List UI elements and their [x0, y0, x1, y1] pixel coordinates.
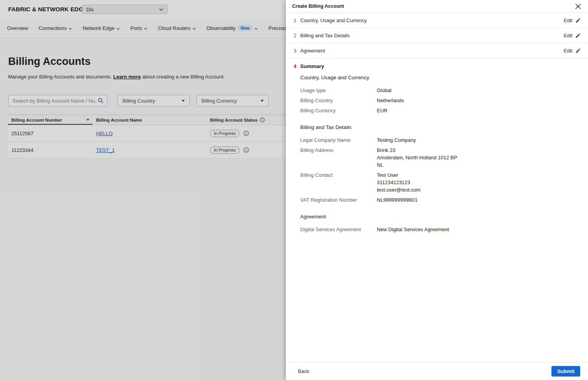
step-1-edit-button[interactable]: Edit [564, 17, 581, 23]
summary-field: Digital Services Agreement New Digital S… [300, 226, 580, 233]
field-value: EUR [377, 107, 387, 114]
section-heading: Country, Usage and Currency [300, 75, 580, 80]
summary-field: Billing Contact Test User 311234123123 t… [300, 171, 580, 193]
field-label: Usage type [300, 87, 377, 94]
field-label: Legal Company Name [300, 136, 377, 144]
field-value: Global [377, 87, 392, 94]
summary-section-country-usage-currency: Country, Usage and Currency Usage type G… [300, 75, 580, 114]
field-value: NL [377, 161, 457, 169]
summary-field: Legal Company Name Testing Company [300, 136, 580, 144]
summary-field: Billing Address Brink 23 Amsterdam, Nort… [300, 146, 580, 169]
field-value: 311234123123 [377, 179, 420, 186]
summary-field: Billing Currency EUR [300, 107, 580, 114]
close-icon[interactable] [574, 3, 582, 10]
section-heading: Agreement [300, 214, 580, 220]
edit-label: Edit [564, 17, 572, 23]
step-number: 1 [294, 17, 300, 23]
step-2-edit-button[interactable]: Edit [564, 33, 581, 38]
panel-footer: Back Submit [286, 362, 588, 380]
summary-field: Billing Country Netherlands [300, 97, 580, 104]
pencil-icon [575, 17, 581, 23]
summary-field: VAT Registration Number NL999999999B01 [300, 196, 580, 204]
section-heading: Billing and Tax Details [300, 124, 580, 130]
back-button[interactable]: Back [294, 366, 313, 377]
step-label: Country, Usage and Currency [300, 17, 367, 23]
edit-label: Edit [564, 48, 572, 54]
step-3-row: 3 Agreement Edit [286, 43, 588, 58]
field-value: Amsterdam, North Holland 1012 BP [377, 154, 457, 161]
field-label: Billing Country [300, 97, 377, 104]
field-value: Test User [377, 171, 420, 179]
step-number: 4 [294, 63, 300, 69]
summary-section-agreement: Agreement Digital Services Agreement New… [300, 214, 580, 233]
step-1-row: 1 Country, Usage and Currency Edit [286, 13, 588, 28]
step-label: Agreement [300, 48, 325, 54]
field-label: Billing Currency [300, 107, 377, 114]
panel-header: Create Billing Account [286, 0, 588, 13]
field-value: Testing Company [377, 136, 416, 144]
pencil-icon [575, 48, 581, 54]
submit-button[interactable]: Submit [551, 366, 580, 377]
step-number: 3 [294, 48, 300, 54]
panel-title: Create Billing Account [292, 3, 344, 9]
summary-step-content: 4 Summary Country, Usage and Currency Us… [286, 58, 588, 362]
step-number: 2 [294, 33, 300, 38]
field-label: Billing Contact [300, 171, 377, 193]
pencil-icon [575, 33, 581, 38]
field-value: Brink 23 [377, 146, 457, 154]
field-value: NL999999999B01 [377, 196, 418, 204]
field-value: New Digital Services Agreement [377, 226, 449, 233]
field-label: Digital Services Agreement [300, 226, 377, 233]
step-label: Summary [300, 63, 324, 69]
summary-field: Usage type Global [300, 87, 580, 94]
field-label: Billing Address [300, 146, 377, 169]
step-2-row: 2 Billing and Tax Details Edit [286, 28, 588, 43]
step-3-edit-button[interactable]: Edit [564, 48, 581, 54]
field-label: VAT Registration Number [300, 196, 377, 204]
summary-body: Country, Usage and Currency Usage type G… [286, 75, 588, 233]
step-label: Billing and Tax Details [300, 33, 350, 38]
summary-section-billing-tax-details: Billing and Tax Details Legal Company Na… [300, 124, 580, 204]
step-4-row: 4 Summary [286, 58, 588, 69]
create-billing-account-panel: Create Billing Account 1 Country, Usage … [286, 0, 588, 380]
field-value: Netherlands [377, 97, 404, 104]
field-value: test.user@test.com [377, 186, 420, 193]
edit-label: Edit [564, 33, 572, 38]
